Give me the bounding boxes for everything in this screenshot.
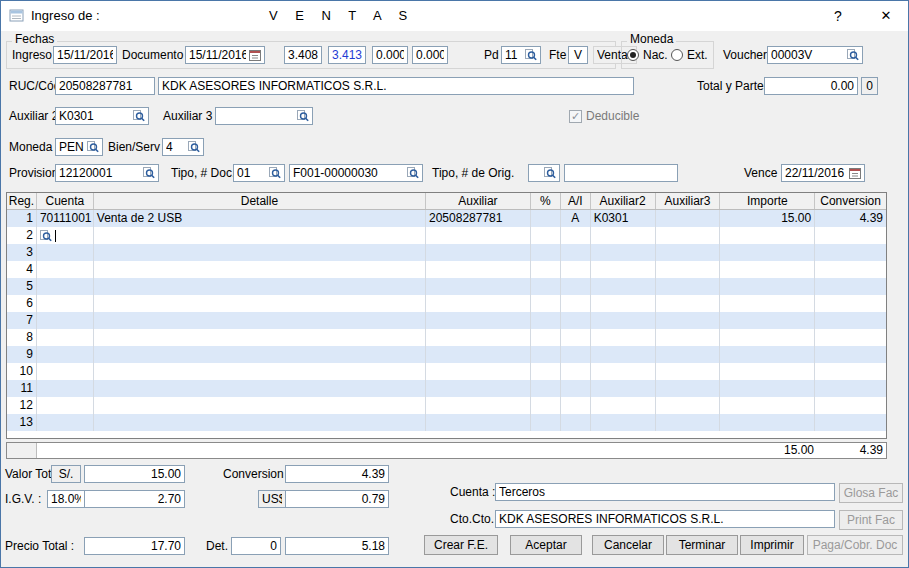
valor-tot-field[interactable]: 15.00	[84, 465, 185, 483]
grid-row-10[interactable]: 10	[7, 363, 886, 380]
igv-field[interactable]: 2.70	[84, 490, 185, 508]
radio-nac[interactable]: Nac.	[627, 48, 668, 62]
ruc-name-field[interactable]: KDK ASESORES INFORMATICOS S.R.L.	[158, 77, 634, 95]
det-amount-field[interactable]: 5.18	[285, 537, 389, 555]
grid-cell-auxiliar-6	[426, 295, 531, 312]
usd-value: 0.79	[289, 492, 385, 507]
close-button[interactable]: ✕	[869, 1, 903, 31]
search-icon[interactable]	[406, 167, 419, 180]
ingreso-date-field[interactable]: 15/11/2016	[53, 46, 117, 64]
grid-row-8[interactable]: 8	[7, 329, 886, 346]
precio-total-field[interactable]: 17.70	[84, 537, 185, 555]
cuenta-value: Terceros	[499, 485, 831, 500]
search-icon[interactable]	[142, 167, 155, 180]
terminar-button[interactable]: Terminar	[666, 535, 738, 555]
precio-total-label: Precio Total :	[5, 537, 74, 555]
rate1-field[interactable]: 3.408	[284, 46, 322, 64]
aceptar-button[interactable]: Aceptar	[510, 535, 582, 555]
ruc-code-field[interactable]: 20508287781	[55, 77, 155, 95]
radio-ext[interactable]: Ext.	[671, 48, 708, 62]
vence-label: Vence	[744, 164, 777, 182]
imprimir-button[interactable]: Imprimir	[740, 535, 804, 555]
grid-row-5[interactable]: 5	[7, 278, 886, 295]
auxiliar2-field[interactable]: K0301	[55, 107, 149, 125]
calendar-icon[interactable]	[248, 49, 261, 62]
grid-cell-auxiliar-13	[426, 414, 531, 431]
auxiliar3-field[interactable]	[215, 107, 313, 125]
provision-field[interactable]: 12120001	[55, 164, 159, 182]
grid-cell-detalle-2	[94, 227, 426, 244]
grid-row-13[interactable]: 13	[7, 414, 886, 431]
ctocto-field[interactable]: KDK ASESORES INFORMATICOS S.R.L.	[495, 510, 835, 528]
det-count-field[interactable]: 0	[231, 537, 281, 555]
grid-cell-importe-7	[720, 312, 815, 329]
help-button[interactable]: ?	[821, 1, 855, 31]
grid-cell-pct-1	[531, 210, 561, 227]
grid-cell-aux2-4	[591, 261, 656, 278]
grid-cell-pct-6	[531, 295, 561, 312]
grid-cell-detalle-10	[94, 363, 426, 380]
grid-cell-aux2-1: K0301	[591, 210, 656, 227]
grid-body: 170111001Venta de 2 USB20508287781AK0301…	[7, 210, 886, 431]
vence-date-field[interactable]: 22/11/2016	[781, 164, 865, 182]
tipo-orig-tipo-field[interactable]	[528, 164, 560, 182]
voucher-field[interactable]: 00003V	[767, 46, 863, 64]
grid-cell-pct-2	[531, 227, 561, 244]
tipo-doc-field[interactable]: 01	[233, 164, 285, 182]
grid-row-1[interactable]: 170111001Venta de 2 USB20508287781AK0301…	[7, 210, 886, 227]
crear-fe-button[interactable]: Crear F.E.	[424, 535, 498, 555]
print-fac-button[interactable]: Print Fac	[839, 510, 903, 530]
grid-cell-reg-8: 8	[7, 329, 37, 346]
tipo-doc-value: 01	[237, 166, 266, 181]
grid-row-6[interactable]: 6	[7, 295, 886, 312]
usd-label: US$	[262, 492, 282, 507]
igv-rate-field[interactable]: 18.0%	[47, 490, 85, 508]
doc-numero-field[interactable]: F001-00000030	[289, 164, 423, 182]
cuenta-field[interactable]: Terceros	[495, 483, 835, 501]
fte-field[interactable]: V	[568, 46, 588, 64]
search-icon[interactable]	[846, 49, 859, 62]
grid-cell-cuenta-3	[37, 244, 94, 261]
grid-row-7[interactable]: 7	[7, 312, 886, 329]
search-icon[interactable]	[187, 141, 200, 154]
grid-cell-conversion-4	[815, 261, 886, 278]
cancelar-button[interactable]: Cancelar	[592, 535, 664, 555]
tipo-orig-numero-field[interactable]	[564, 164, 678, 182]
documento-date-field[interactable]: 15/11/2016	[185, 46, 265, 64]
search-icon[interactable]	[132, 110, 145, 123]
grid-cell-aux2-13	[591, 414, 656, 431]
grid-cell-detalle-12	[94, 397, 426, 414]
total-partes-field[interactable]: 0.00	[764, 77, 858, 95]
usd-field[interactable]: 0.79	[285, 490, 389, 508]
moneda-field[interactable]: PEN	[55, 138, 103, 156]
rate3-field[interactable]: 0.000	[372, 46, 408, 64]
grid-row-9[interactable]: 9	[7, 346, 886, 363]
grid-cell-aux2-5	[591, 278, 656, 295]
grid-cell-aux2-6	[591, 295, 656, 312]
radio-nac-label: Nac.	[643, 48, 668, 62]
search-icon[interactable]	[296, 110, 309, 123]
grid-row-11[interactable]: 11	[7, 380, 886, 397]
search-icon[interactable]	[524, 49, 537, 62]
search-icon[interactable]	[543, 167, 556, 180]
doc-numero-value: F001-00000030	[293, 166, 404, 181]
bien-serv-field[interactable]: 4	[162, 138, 204, 156]
calendar-icon[interactable]	[848, 167, 861, 180]
grid-row-12[interactable]: 12	[7, 397, 886, 414]
grid-row-2[interactable]: 2	[7, 227, 886, 244]
search-icon[interactable]	[86, 141, 99, 154]
grid-cell-ai-7	[561, 312, 591, 329]
grid-cell-cuenta-4	[37, 261, 94, 278]
search-icon[interactable]	[268, 167, 281, 180]
rate4-field[interactable]: 0.000	[412, 46, 448, 64]
rate2-field[interactable]: 3.413	[328, 46, 366, 64]
conversion-field[interactable]: 4.39	[285, 465, 389, 483]
paga-cobr-button[interactable]: Paga/Cobr. Doc	[807, 535, 903, 555]
deducible-label: Deducible	[586, 109, 639, 123]
grid-cell-auxiliar-9	[426, 346, 531, 363]
grid-row-3[interactable]: 3	[7, 244, 886, 261]
glosa-fac-button[interactable]: Glosa Fac	[839, 483, 903, 503]
grid-row-4[interactable]: 4	[7, 261, 886, 278]
pd-field[interactable]: 11	[501, 46, 541, 64]
deducible-checkbox[interactable]: ✓ Deducible	[569, 109, 639, 123]
